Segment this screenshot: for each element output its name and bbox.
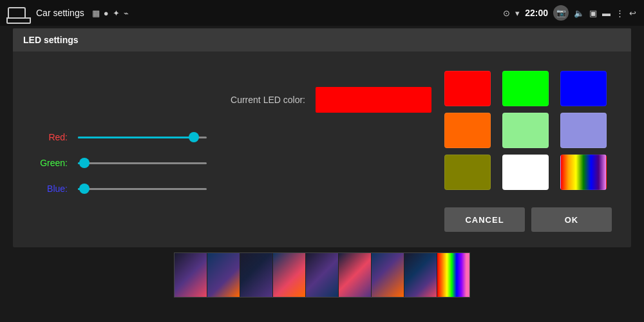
- thumb-5[interactable]: [306, 253, 339, 297]
- red-label: Red:: [32, 132, 68, 142]
- dialog-header: LED settings: [13, 28, 631, 52]
- bluetooth-icon: ✦: [113, 8, 120, 18]
- swatch-lightgreen[interactable]: [502, 113, 549, 148]
- red-slider-row: Red:: [32, 132, 431, 142]
- red-slider-track[interactable]: [78, 137, 207, 138]
- wifi-icon: ▾: [515, 8, 520, 18]
- location-icon: ⊙: [503, 8, 510, 18]
- ok-button[interactable]: OK: [531, 207, 612, 232]
- thumbnail-strip: [174, 252, 470, 298]
- more-icon[interactable]: ⋮: [616, 8, 624, 18]
- thumb-4[interactable]: [273, 253, 306, 297]
- dot-icon: ●: [104, 8, 109, 18]
- display-icon[interactable]: ▣: [589, 8, 597, 18]
- dialog-body: Current LED color: Red: Green:: [13, 52, 631, 245]
- thumb-2[interactable]: [207, 253, 240, 297]
- blue-slider-track[interactable]: [78, 188, 207, 190]
- swatch-green[interactable]: [502, 71, 549, 106]
- led-settings-dialog: LED settings Current LED color: Red: Gre…: [13, 28, 631, 247]
- clock: 22:00: [525, 8, 548, 18]
- status-icons: ▦ ● ✦ ⌁: [92, 8, 129, 18]
- thumb-6[interactable]: [339, 253, 372, 297]
- app-title: Car settings: [36, 8, 84, 18]
- back-icon[interactable]: ↩: [629, 8, 636, 18]
- thumbnail-strip-container: [0, 252, 644, 298]
- current-color-preview: [316, 87, 431, 113]
- dialog-button-row: CANCEL OK: [444, 207, 612, 232]
- red-slider-thumb[interactable]: [189, 132, 199, 142]
- swatch-blue[interactable]: [560, 71, 607, 106]
- swatch-orange[interactable]: [444, 113, 491, 148]
- red-slider-fill: [78, 137, 194, 138]
- thumb-7[interactable]: [372, 253, 404, 297]
- system-icons: 🔈 ▣ ▬ ⋮ ↩: [574, 8, 636, 18]
- status-right: ⊙ ▾ 22:00 📷 🔈 ▣ ▬ ⋮ ↩: [503, 5, 636, 21]
- swatch-lavender[interactable]: [560, 113, 607, 148]
- swatch-rainbow[interactable]: [560, 155, 607, 190]
- blue-slider-thumb[interactable]: [79, 184, 90, 194]
- thumb-3[interactable]: [240, 253, 273, 297]
- blue-slider-row: Blue:: [32, 184, 431, 194]
- color-swatch-grid: [444, 71, 612, 190]
- swatch-white[interactable]: [502, 155, 549, 190]
- thumb-8[interactable]: [404, 253, 437, 297]
- dialog-title: LED settings: [23, 35, 79, 45]
- left-panel: Current LED color: Red: Green:: [32, 64, 431, 232]
- green-slider-track[interactable]: [78, 162, 207, 164]
- right-panel: CANCEL OK: [431, 64, 612, 232]
- camera-icon: 📷: [553, 5, 569, 21]
- volume-icon[interactable]: 🔈: [574, 8, 584, 18]
- status-bar: Car settings ▦ ● ✦ ⌁ ⊙ ▾ 22:00 📷 🔈 ▣ ▬ ⋮…: [0, 0, 644, 26]
- screen-icon[interactable]: ▬: [602, 8, 611, 18]
- thumb-1[interactable]: [175, 253, 207, 297]
- swatch-red[interactable]: [444, 71, 491, 106]
- swatch-olive[interactable]: [444, 155, 491, 190]
- green-label: Green:: [32, 158, 68, 168]
- blue-label: Blue:: [32, 184, 68, 194]
- green-slider-row: Green:: [32, 158, 431, 168]
- current-color-label: Current LED color:: [231, 95, 305, 105]
- cancel-button[interactable]: CANCEL: [444, 207, 525, 232]
- thumb-9[interactable]: [437, 253, 469, 297]
- green-slider-thumb[interactable]: [79, 158, 90, 168]
- usb-icon: ⌁: [124, 8, 129, 18]
- current-color-row: Current LED color:: [32, 87, 431, 113]
- image-icon: ▦: [92, 8, 100, 18]
- home-icon[interactable]: [8, 7, 26, 19]
